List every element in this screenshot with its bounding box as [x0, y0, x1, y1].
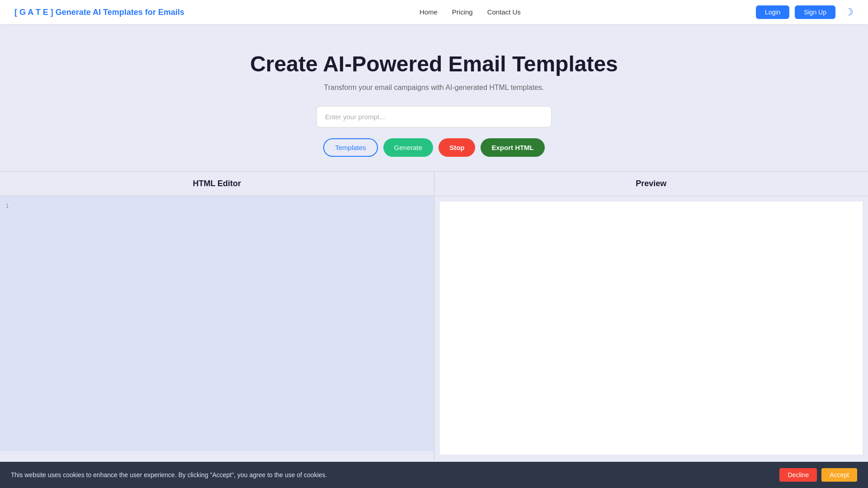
generate-button[interactable]: Generate	[383, 138, 434, 157]
prompt-input[interactable]	[316, 106, 552, 127]
signup-button[interactable]: Sign Up	[795, 5, 835, 19]
preview-body	[440, 202, 863, 455]
preview-panel: Preview	[434, 172, 868, 460]
decline-button[interactable]: Decline	[779, 468, 817, 482]
accept-button[interactable]: Accept	[821, 468, 857, 482]
page-title: Create AI-Powered Email Templates	[250, 52, 618, 76]
action-buttons: Templates Generate Stop Export HTML	[323, 138, 545, 157]
page-subtitle: Transform your email campaigns with AI-g…	[324, 84, 544, 92]
editor-body: 1	[0, 196, 434, 451]
nav-home[interactable]: Home	[420, 8, 438, 16]
theme-toggle-icon[interactable]: ☽	[844, 6, 854, 18]
line-numbers: 1	[5, 202, 9, 446]
export-html-button[interactable]: Export HTML	[481, 138, 544, 157]
main-content: Create AI-Powered Email Templates Transf…	[0, 24, 868, 171]
code-editor[interactable]	[13, 202, 429, 446]
cookie-actions: Decline Accept	[779, 468, 857, 482]
nav-pricing[interactable]: Pricing	[452, 8, 473, 16]
brand-logo[interactable]: [ G A T E ] Generate AI Templates for Em…	[14, 8, 184, 17]
templates-button[interactable]: Templates	[323, 138, 377, 157]
editor-area: HTML Editor 1 Preview	[0, 171, 868, 460]
nav-links: Home Pricing Contact Us	[420, 8, 521, 16]
html-editor-title: HTML Editor	[0, 172, 434, 196]
nav-contact[interactable]: Contact Us	[487, 8, 521, 16]
cookie-message: This website uses cookies to enhance the…	[11, 471, 327, 479]
login-button[interactable]: Login	[756, 5, 789, 19]
stop-button[interactable]: Stop	[439, 138, 475, 157]
html-editor-panel: HTML Editor 1	[0, 172, 434, 460]
navbar: [ G A T E ] Generate AI Templates for Em…	[0, 0, 868, 24]
cookie-banner: This website uses cookies to enhance the…	[0, 462, 868, 488]
navbar-actions: Login Sign Up ☽	[756, 5, 854, 19]
preview-title: Preview	[434, 172, 868, 196]
